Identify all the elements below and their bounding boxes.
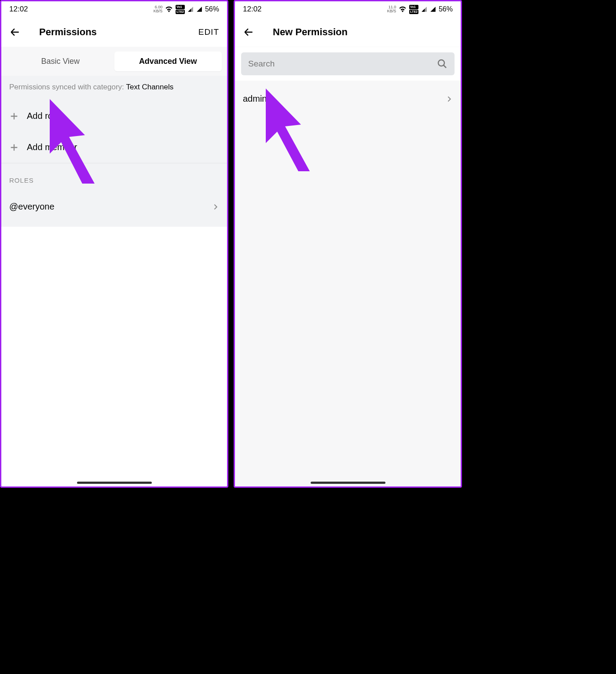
role-row-everyone[interactable]: @everyone [1, 192, 227, 227]
add-member-button[interactable]: Add member [1, 132, 227, 163]
signal-icon-2 [196, 6, 202, 12]
wifi-icon [165, 6, 173, 12]
role-name: @everyone [9, 202, 55, 212]
svg-point-0 [438, 60, 444, 66]
phone-left: 12:02 6.00 KB/S Vo1 LTE2 56% [0, 0, 228, 488]
page-title: New Permission [273, 26, 453, 38]
search-icon [437, 59, 447, 69]
status-bar: 12:02 6.00 KB/S Vo1 LTE2 56% [1, 1, 227, 17]
signal-icon-1 [421, 6, 427, 12]
header: New Permission [235, 17, 461, 47]
plus-icon [9, 111, 27, 121]
add-role-label: Add role [27, 111, 60, 121]
roles-section-label: ROLES [1, 163, 227, 192]
view-tabs: Basic View Advanced View [1, 47, 227, 76]
sync-banner: Permissions synced with category: Text C… [1, 76, 227, 100]
plus-icon [9, 143, 27, 152]
tab-advanced-view[interactable]: Advanced View [114, 52, 222, 71]
search-placeholder: Search [248, 59, 275, 69]
status-time: 12:02 [9, 5, 28, 14]
search-container: Search [235, 47, 461, 81]
network-speed: 6.00 KB/S [154, 5, 163, 13]
status-time: 12:02 [243, 5, 262, 14]
status-indicators: 6.00 KB/S Vo1 LTE2 56% [154, 5, 219, 14]
phone-right: 12:02 11.0 KB/S Vo1 LTE2 56% [234, 0, 462, 488]
battery-percent: 56% [205, 5, 219, 13]
status-bar: 12:02 11.0 KB/S Vo1 LTE2 56% [235, 1, 461, 17]
tab-basic-view[interactable]: Basic View [7, 52, 114, 71]
permission-name: admin [243, 94, 267, 104]
signal-icon-2 [430, 6, 436, 12]
page-title: Permissions [39, 26, 198, 38]
back-icon[interactable] [9, 26, 27, 38]
header: Permissions EDIT [1, 17, 227, 47]
permission-item-admin[interactable]: admin [235, 81, 461, 117]
lte-badges: Vo1 LTE2 [409, 5, 418, 14]
battery-percent: 56% [439, 5, 453, 13]
chevron-right-icon [446, 96, 453, 103]
add-section: Add role Add member [1, 100, 227, 163]
sync-category-name: Text Channels [126, 83, 174, 91]
back-icon[interactable] [243, 26, 260, 38]
chevron-right-icon [212, 203, 219, 210]
network-speed: 11.0 KB/S [387, 5, 396, 13]
nav-handle [311, 482, 385, 484]
add-role-button[interactable]: Add role [1, 100, 227, 132]
nav-handle [77, 482, 152, 484]
signal-icon-1 [187, 6, 194, 12]
status-indicators: 11.0 KB/S Vo1 LTE2 56% [387, 5, 453, 14]
edit-button[interactable]: EDIT [198, 27, 219, 37]
lte-badges: Vo1 LTE2 [176, 5, 185, 14]
search-input[interactable]: Search [241, 52, 455, 75]
add-member-label: Add member [27, 142, 77, 152]
permission-list: admin [235, 81, 461, 486]
wifi-icon [399, 6, 407, 12]
